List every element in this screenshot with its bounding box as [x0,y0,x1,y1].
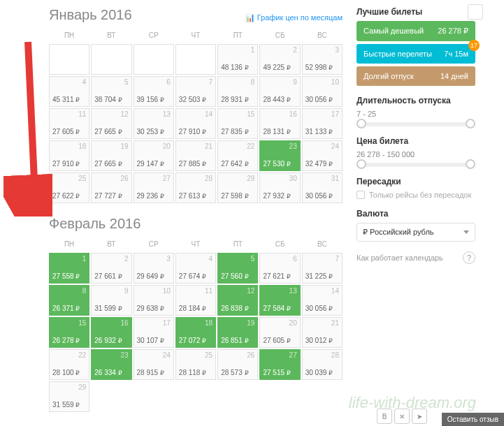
day-cell[interactable]: 2927 598 ₽ [217,172,258,203]
day-cell[interactable]: 1029 638 ₽ [134,285,174,316]
day-cell[interactable]: 2130 012 ₽ [302,317,343,348]
day-cell[interactable]: 329 649 ₽ [134,253,174,284]
day-cell[interactable]: 627 621 ₽ [259,253,300,284]
day-cell[interactable]: 1927 665 ₽ [91,140,131,171]
day-cell[interactable]: 1527 835 ₽ [217,108,258,139]
day-cell[interactable]: 127 558 ₽ [49,253,89,284]
feedback-button[interactable]: Оставить отзыв [442,413,504,426]
direct-only-row[interactable]: Только рейсы без пересадок [357,191,475,199]
day-cell[interactable]: 427 674 ₽ [175,253,216,284]
day-cell[interactable]: 538 704 ₽ [91,76,131,107]
day-cell[interactable]: 1626 932 ₽ [91,317,131,348]
day-cell[interactable]: 1430 056 ₽ [302,285,343,316]
day-number: 27 [163,175,171,182]
day-cell[interactable]: 2228 100 ₽ [49,349,89,380]
cheapest-ticket-button[interactable]: Самый дешевый 26 278 ₽ [357,21,475,41]
day-cell[interactable]: 2027 605 ₽ [259,317,300,348]
currency-select[interactable]: ₽ Российский рубль [357,223,475,242]
help-text: Как работает календарь [357,254,443,262]
day-price: 30 056 ₽ [305,96,333,103]
day-cell[interactable]: 1330 253 ₽ [134,108,174,139]
day-cell[interactable]: 2727 515 ₽ [259,349,300,380]
weekday-label: ПН [49,29,89,42]
day-cell[interactable]: 1526 278 ₽ [49,317,89,348]
day-cell[interactable]: 2729 236 ₽ [134,172,174,203]
day-cell[interactable]: 731 225 ₽ [302,253,343,284]
day-cell[interactable]: 828 931 ₽ [217,76,258,107]
day-cell[interactable]: 1926 851 ₽ [217,317,258,348]
price-range: 26 278 - 150 000 [357,150,475,159]
slider-handle-max[interactable] [466,119,475,128]
day-cell[interactable]: 2029 147 ₽ [134,140,174,171]
day-cell[interactable]: 826 371 ₽ [49,285,89,316]
day-cell[interactable]: 1327 584 ₽ [259,285,300,316]
day-cell[interactable]: 1827 072 ₽ [175,317,216,348]
day-price: 31 559 ₽ [52,401,80,409]
day-cell[interactable]: 1427 910 ₽ [175,108,216,139]
day-cell[interactable]: 639 156 ₽ [134,76,174,107]
day-price: 27 560 ₽ [221,272,248,280]
day-cell[interactable]: 1226 838 ₽ [217,285,258,316]
day-cell[interactable]: 931 599 ₽ [91,285,131,316]
weekday-label: ЧТ [175,237,216,251]
day-cell[interactable]: 1827 910 ₽ [49,140,89,171]
day-cell[interactable]: 227 661 ₽ [91,253,131,284]
day-cell[interactable]: 2527 622 ₽ [49,172,89,203]
day-cell[interactable]: 2432 479 ₽ [302,140,343,171]
chart-link[interactable]: 📊 График цен по месяцам [245,13,343,22]
day-cell[interactable]: 2127 885 ₽ [175,140,216,171]
weekday-label: СБ [259,237,300,251]
day-cell[interactable]: 2327 530 ₽ [259,140,300,171]
price-slider[interactable] [357,163,475,167]
day-cell[interactable]: 1731 133 ₽ [302,108,343,139]
day-cell[interactable]: 527 560 ₽ [217,253,258,284]
day-cell[interactable]: 2227 642 ₽ [217,140,258,171]
day-cell[interactable]: 2627 727 ₽ [91,172,131,203]
fastest-ticket-button[interactable]: Быстрые перелеты 7ч 15м 17 [357,44,475,64]
fastest-badge: 17 [468,40,480,51]
day-cell[interactable]: 1227 665 ₽ [91,108,131,139]
day-price: 31 133 ₽ [305,128,333,135]
slider-handle-min[interactable] [357,159,366,169]
day-cell[interactable]: 352 998 ₽ [302,44,343,75]
currency-value: ₽ Российский рубль [363,228,434,237]
day-cell[interactable]: 2830 039 ₽ [302,349,343,380]
day-cell[interactable]: 2931 559 ₽ [49,381,89,412]
social-share-icon[interactable]: ➤ [412,409,427,424]
day-price: 27 598 ₽ [221,192,248,200]
day-cell[interactable]: 2326 334 ₽ [91,349,131,380]
day-number: 21 [205,142,213,150]
day-cell[interactable]: 2428 915 ₽ [134,349,174,380]
day-number: 11 [78,110,86,118]
social-vk-icon[interactable]: B [377,409,392,424]
help-icon[interactable]: ? [463,251,475,264]
day-cell[interactable]: 1127 605 ₽ [49,108,89,139]
day-cell[interactable]: 928 443 ₽ [259,76,300,107]
slider-handle-max[interactable] [466,159,475,169]
direct-only-checkbox[interactable] [357,191,365,199]
day-cell[interactable]: 2827 613 ₽ [175,172,216,203]
day-price: 28 573 ₽ [221,369,248,376]
day-number: 25 [205,351,213,359]
social-twitter-icon[interactable]: ✕ [394,409,410,424]
day-cell[interactable]: 2528 118 ₽ [175,349,216,380]
day-cell[interactable]: 445 311 ₽ [49,76,89,107]
day-cell[interactable]: 148 136 ₽ [217,44,258,75]
day-cell[interactable]: 732 503 ₽ [175,76,216,107]
day-cell[interactable]: 1030 056 ₽ [302,76,343,107]
slider-handle-min[interactable] [357,119,366,128]
top-square-button[interactable] [468,4,483,20]
day-number: 9 [124,287,129,295]
day-cell[interactable]: 249 225 ₽ [259,44,300,75]
best-tickets-title: Лучшие билеты [357,7,475,17]
duration-slider[interactable] [357,122,475,126]
day-cell[interactable]: 3130 056 ₽ [302,172,343,203]
day-cell[interactable]: 3027 932 ₽ [259,172,300,203]
longest-ticket-button[interactable]: Долгий отпуск 14 дней [357,66,475,86]
day-cell[interactable]: 1128 184 ₽ [175,285,216,316]
day-cell[interactable]: 1730 107 ₽ [134,317,174,348]
day-cell[interactable]: 2628 573 ₽ [217,349,258,380]
day-cell[interactable]: 1628 131 ₽ [259,108,300,139]
day-empty [134,44,174,75]
day-price: 27 642 ₽ [221,160,248,168]
